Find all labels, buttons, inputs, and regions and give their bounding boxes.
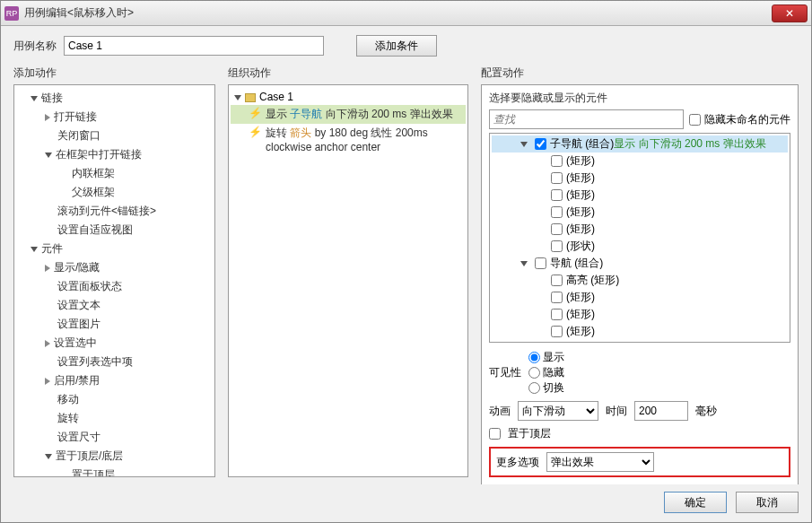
tree-item[interactable]: 启用/禁用 [16,371,213,390]
action-list[interactable]: Case 1⚡显示 子导航 向下滑动 200 ms 弹出效果⚡旋转 箭头 by … [228,84,468,477]
bring-front-row[interactable]: 置于顶层 [489,426,790,441]
time-unit: 毫秒 [695,404,717,419]
tree-item[interactable]: 链接 [16,89,213,108]
visibility-option[interactable]: 隐藏 [528,365,564,380]
expander-icon[interactable] [45,454,52,459]
widget-checkbox[interactable] [551,189,563,201]
widget-checkbox[interactable] [551,275,563,286]
widget-checkbox[interactable] [551,206,563,218]
widget-checkbox[interactable] [551,240,563,252]
widget-name: (矩形) [566,307,595,322]
tree-item[interactable]: 设置文本 [16,296,213,315]
widget-row[interactable]: (矩形) [492,187,788,204]
tree-item[interactable]: 设置尺寸 [16,428,213,447]
widget-name: (矩形) [566,324,595,339]
bring-front-checkbox[interactable] [489,428,501,440]
visibility-radio[interactable] [528,352,540,363]
visibility-option[interactable]: 切换 [528,380,564,396]
tree-item[interactable]: 父级框架 [16,183,213,202]
widget-row[interactable]: (矩形) [492,289,788,306]
action-tree[interactable]: 链接打开链接关闭窗口在框架中打开链接内联框架父级框架滚动到元件<锚链接>设置自适… [13,84,215,477]
visibility-option-label: 显示 [543,350,564,365]
action-row[interactable]: ⚡显示 子导航 向下滑动 200 ms 弹出效果 [231,105,466,124]
expander-icon[interactable] [45,265,50,272]
widget-name: (矩形) [566,153,595,169]
tree-item[interactable]: 元件 [16,240,213,258]
tree-item-label: 关闭窗口 [57,129,100,142]
tree-item-label: 旋转 [57,412,79,424]
cancel-button[interactable]: 取消 [736,492,799,513]
widget-name: (矩形) [566,290,595,305]
widget-row[interactable]: (矩形) [492,221,788,238]
ok-button[interactable]: 确定 [664,492,727,513]
widget-row[interactable]: 导航 (组合) [492,255,788,272]
case-name-input[interactable] [64,36,324,56]
tree-item[interactable]: 置于顶层/底层 [16,447,213,466]
expander-icon[interactable] [45,114,50,121]
expander-icon[interactable] [31,96,38,101]
widget-checkbox[interactable] [551,223,563,235]
expander-icon[interactable] [45,153,52,158]
hide-unnamed-checkbox[interactable] [689,114,701,126]
visibility-radio[interactable] [528,382,540,394]
hide-unnamed-toggle[interactable]: 隐藏未命名的元件 [689,112,790,127]
widget-row[interactable]: (矩形) [492,170,788,187]
tree-item-label: 设置图片 [57,318,100,330]
visibility-option[interactable]: 显示 [528,350,564,365]
widget-row[interactable]: (矩形) [492,204,788,221]
tree-item[interactable]: 置于顶层 [16,466,213,477]
tree-item[interactable]: 旋转 [16,409,213,428]
widget-checkbox[interactable] [551,172,563,184]
expander-icon[interactable] [45,378,50,385]
tree-item[interactable]: 设置自适应视图 [16,221,213,240]
tree-item-label: 设置文本 [57,299,100,311]
widget-list[interactable]: 子导航 (组合) 显示 向下滑动 200 ms 弹出效果(矩形)(矩形)(矩形)… [489,133,790,343]
animation-select[interactable]: 向下滑动 [518,401,598,421]
widget-row[interactable]: (形状) [492,238,788,255]
widget-checkbox[interactable] [535,138,546,150]
close-button[interactable]: ✕ [772,4,808,22]
widget-checkbox[interactable] [551,292,563,303]
case-row[interactable]: Case 1 [231,89,466,105]
widget-checkbox[interactable] [551,309,563,320]
app-icon: RP [4,6,19,21]
tree-item[interactable]: 设置图片 [16,315,213,334]
tree-item[interactable]: 显示/隐藏 [16,258,213,277]
widget-checkbox[interactable] [551,155,563,167]
time-input[interactable] [634,401,688,421]
more-options-highlight: 更多选项 弹出效果 [489,447,790,477]
widget-row[interactable]: (矩形) [492,323,788,340]
widget-checkbox[interactable] [551,326,563,337]
tree-item-label: 设置选中 [54,336,97,349]
more-options-select[interactable]: 弹出效果 [546,452,654,472]
tree-item[interactable]: 打开链接 [16,108,213,126]
add-condition-button[interactable]: 添加条件 [356,35,437,57]
tree-item[interactable]: 移动 [16,390,213,409]
animation-label: 动画 [489,404,511,419]
mid-col-header: 组织动作 [228,65,468,81]
expander-icon[interactable] [31,247,38,252]
tree-item-label: 设置自适应视图 [57,223,133,236]
tree-item[interactable]: 滚动到元件<锚链接> [16,202,213,221]
close-icon: ✕ [785,7,794,20]
animation-row: 动画 向下滑动 时间 毫秒 [489,401,790,421]
widget-row[interactable]: (矩形) [492,153,788,170]
widget-row[interactable]: (矩形) [492,306,788,323]
tree-item[interactable]: 关闭窗口 [16,126,213,145]
tree-item[interactable]: 设置选中 [16,334,213,353]
expander-icon[interactable] [45,340,50,347]
widget-row[interactable]: 高亮 (矩形) [492,272,788,289]
tree-item[interactable]: 内联框架 [16,164,213,183]
tree-item-label: 打开链接 [54,110,97,123]
tree-item[interactable]: 设置列表选中项 [16,353,213,371]
tree-item[interactable]: 在框架中打开链接 [16,145,213,164]
tree-item[interactable]: 设置面板状态 [16,277,213,296]
visibility-radio[interactable] [528,367,540,379]
expander-icon[interactable] [520,142,528,147]
widget-checkbox[interactable] [535,257,546,269]
expander-icon[interactable] [520,261,528,266]
search-input[interactable] [489,109,684,129]
action-row[interactable]: ⚡旋转 箭头 by 180 deg 线性 200ms clockwise anc… [231,124,466,155]
expander-icon[interactable] [234,95,241,100]
widget-row[interactable]: 子导航 (组合) 显示 向下滑动 200 ms 弹出效果 [492,135,788,153]
